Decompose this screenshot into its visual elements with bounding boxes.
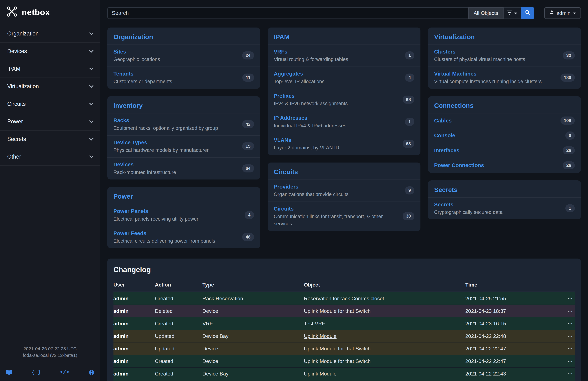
community-globe-icon[interactable] (89, 370, 94, 376)
netbox-logo[interactable]: netbox (0, 0, 100, 25)
item-title-link[interactable]: Cables (434, 117, 452, 124)
count-badge[interactable]: 0 (566, 132, 575, 140)
item-title-link[interactable]: Device Types (113, 139, 209, 146)
item-title-link[interactable]: VRFs (274, 48, 348, 55)
cell-action: Created (155, 367, 202, 380)
item-text: Devices Rack-mounted infrastructure (113, 161, 176, 176)
sidebar-item[interactable]: Circuits (0, 95, 100, 113)
item-title-link[interactable]: Power Feeds (113, 229, 215, 237)
count-badge[interactable]: 11 (242, 73, 254, 82)
count-badge[interactable]: 9 (405, 186, 414, 195)
count-badge[interactable]: 30 (403, 212, 414, 220)
card-item: Secrets Cryptographically secured data 1 (428, 197, 581, 220)
count-badge[interactable]: 26 (563, 146, 575, 155)
cell-type: Device (202, 305, 304, 317)
object-link[interactable]: Uplink Module for that Switch (304, 358, 371, 364)
item-title-link[interactable]: Secrets (434, 201, 503, 208)
docs-book-icon[interactable] (6, 370, 12, 375)
item-title-link[interactable]: Providers (274, 183, 349, 190)
item-title-link[interactable]: VLANs (274, 136, 339, 144)
cell-actions: ⋯ (550, 367, 575, 380)
card-title-link[interactable]: Inventory (107, 96, 260, 113)
object-link[interactable]: Reservation for rack Comms closet (304, 295, 384, 301)
item-title-link[interactable]: Virtual Machines (434, 70, 542, 78)
sidebar-item[interactable]: IPAM (0, 60, 100, 78)
cell-type: Device Bay (202, 330, 304, 342)
count-badge[interactable]: 1 (405, 51, 414, 60)
item-title-link[interactable]: Power Panels (113, 207, 198, 215)
card-title-link[interactable]: IPAM (268, 27, 420, 45)
item-text: Device Types Physical hardware models by… (113, 139, 209, 154)
row-actions-button[interactable]: ⋯ (567, 346, 573, 352)
cell-type: Device (202, 342, 304, 355)
sidebar-item[interactable]: Other (0, 148, 100, 166)
sidebar-item[interactable]: Secrets (0, 131, 100, 148)
item-title-link[interactable]: Aggregates (274, 70, 325, 78)
object-link[interactable]: Uplink Module for that Switch (304, 308, 371, 314)
card-item: Racks Equipment racks, optionally organi… (107, 113, 260, 135)
item-title-link[interactable]: Tenants (113, 70, 172, 78)
card-title-link[interactable]: Connections (428, 96, 581, 113)
card-item: Clusters Clusters of physical virtual ma… (428, 45, 581, 67)
card-title-link[interactable]: Virtualization (428, 27, 581, 45)
object-link[interactable]: Uplink Module for that Switch (304, 346, 371, 352)
count-badge[interactable]: 42 (242, 120, 254, 128)
sidebar-item[interactable]: Organization (0, 25, 100, 43)
count-badge[interactable]: 48 (242, 233, 254, 241)
card-title-link[interactable]: Power (107, 187, 260, 204)
sidebar-item[interactable]: Power (0, 113, 100, 131)
item-description: Individual IPv4 & IPv6 addresses (274, 122, 346, 130)
source-code-icon[interactable]: </> (60, 369, 69, 376)
item-description: Physical hardware models by manufacturer (113, 147, 209, 154)
row-actions-button[interactable]: ⋯ (567, 308, 573, 314)
count-badge[interactable]: 24 (242, 51, 254, 60)
count-badge[interactable]: 32 (563, 51, 575, 60)
object-link[interactable]: Uplink Module (304, 371, 336, 377)
sidebar-item[interactable]: Virtualization (0, 78, 100, 95)
card-power: Power Power Panels Electrical panels rec… (107, 187, 260, 248)
count-badge[interactable]: 108 (561, 116, 575, 125)
item-title-link[interactable]: Console (434, 132, 455, 139)
row-actions-button[interactable]: ⋯ (567, 358, 573, 364)
rest-api-braces-icon[interactable]: { } (32, 369, 41, 376)
item-text: Virtual Machines Virtual compute instanc… (434, 70, 542, 85)
column-actions (550, 279, 575, 292)
row-actions-button[interactable]: ⋯ (567, 295, 573, 301)
main-content: All Objects admin Organization (100, 0, 588, 381)
count-badge[interactable]: 63 (403, 140, 414, 148)
item-title-link[interactable]: Racks (113, 116, 218, 124)
count-badge[interactable]: 1 (405, 118, 414, 126)
item-text: Aggregates Top-level IP allocations (274, 70, 325, 85)
card-title-link[interactable]: Organization (107, 27, 260, 45)
row-actions-button[interactable]: ⋯ (567, 371, 573, 377)
count-badge[interactable]: 4 (245, 211, 254, 219)
count-badge[interactable]: 1 (566, 204, 575, 212)
search-input[interactable] (107, 7, 468, 19)
sidebar-item[interactable]: Devices (0, 43, 100, 60)
row-actions-button[interactable]: ⋯ (567, 333, 573, 339)
item-title-link[interactable]: Interfaces (434, 147, 459, 154)
search-scope-button[interactable]: All Objects (468, 7, 504, 19)
item-title-link[interactable]: Circuits (274, 205, 399, 213)
count-badge[interactable]: 68 (403, 95, 414, 104)
search-submit-button[interactable] (521, 7, 535, 19)
count-badge[interactable]: 64 (242, 164, 254, 173)
item-title-link[interactable]: Sites (113, 48, 160, 55)
item-title-link[interactable]: Devices (113, 161, 176, 168)
item-title-link[interactable]: Power Connections (434, 161, 484, 169)
object-link[interactable]: Test VRF (304, 321, 325, 326)
count-badge[interactable]: 15 (242, 142, 254, 150)
card-title-link[interactable]: Circuits (268, 162, 420, 179)
user-menu-button[interactable]: admin (544, 7, 581, 19)
row-actions-button[interactable]: ⋯ (567, 320, 573, 327)
object-link[interactable]: Uplink Module (304, 333, 336, 339)
item-text: VLANs Layer 2 domains, by VLAN ID (274, 136, 339, 152)
search-filter-button[interactable] (504, 7, 521, 19)
count-badge[interactable]: 180 (561, 73, 575, 82)
count-badge[interactable]: 4 (405, 73, 414, 82)
item-title-link[interactable]: Prefixes (274, 92, 348, 100)
count-badge[interactable]: 26 (563, 161, 575, 169)
item-title-link[interactable]: Clusters (434, 48, 525, 55)
item-title-link[interactable]: IP Addresses (274, 114, 346, 122)
card-title-link[interactable]: Secrets (428, 180, 581, 197)
